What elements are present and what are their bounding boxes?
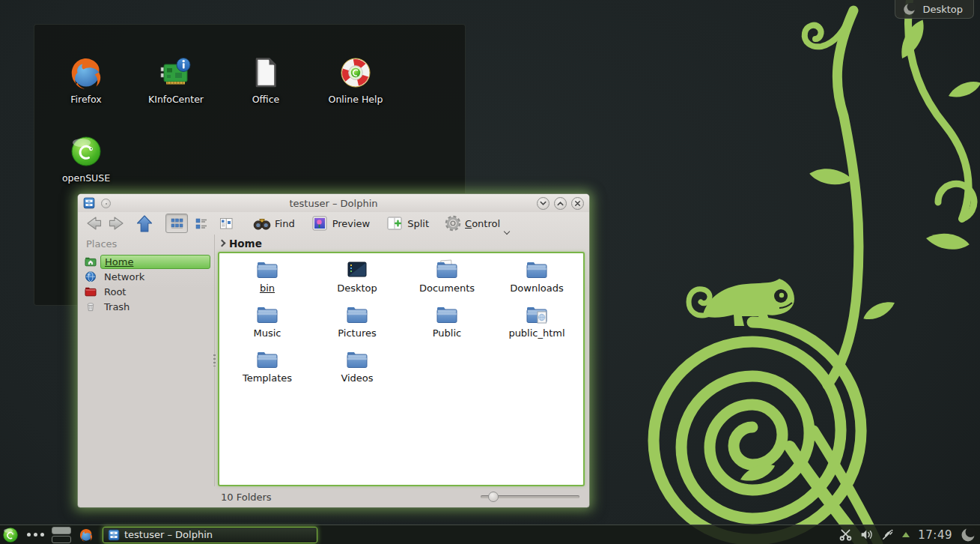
places-item-network[interactable]: Network — [85, 269, 210, 284]
klipper-scissors-icon[interactable] — [839, 528, 852, 541]
network-globe-icon — [85, 271, 97, 282]
pager-desktop-1[interactable] — [52, 527, 71, 534]
toolbox-label: Desktop — [922, 4, 963, 15]
places-item-label: Home — [100, 255, 210, 269]
folder-icon — [345, 303, 369, 327]
minimize-button[interactable] — [537, 197, 550, 210]
dolphin-icon — [83, 197, 95, 209]
folder-label: Music — [254, 327, 281, 339]
close-icon — [573, 199, 582, 208]
control-button[interactable]: Control — [445, 215, 511, 232]
firefox-launcher-icon[interactable] — [79, 528, 94, 543]
maximize-button[interactable] — [554, 197, 567, 210]
places-item-home[interactable]: Home — [85, 254, 210, 269]
folder-view[interactable]: bin Desktop Documents Downloads — [218, 252, 585, 486]
back-button[interactable] — [84, 214, 103, 233]
folder-item-videos[interactable]: Videos — [312, 348, 402, 393]
tray-expander-icon[interactable] — [902, 532, 910, 537]
desktop-folder-icon — [345, 258, 369, 282]
firefox-icon — [68, 55, 104, 91]
arrow-right-icon — [107, 214, 127, 233]
task-label: testuser – Dolphin — [124, 529, 213, 540]
columns-view-button[interactable] — [215, 214, 237, 233]
icons-view-button[interactable] — [165, 214, 188, 233]
digital-clock[interactable]: 17:49 — [918, 528, 952, 542]
wallpaper-plant-art — [628, 0, 980, 544]
desktop-icon-label: Online Help — [314, 94, 397, 105]
red-folder-icon — [85, 285, 97, 297]
folder-documents-icon — [435, 258, 459, 282]
folder-item-public-html[interactable]: public_html — [492, 303, 582, 348]
places-item-trash[interactable]: Trash — [85, 299, 210, 314]
preview-label: Preview — [332, 218, 371, 229]
folder-icon — [255, 258, 279, 282]
status-text: 10 Folders — [221, 492, 272, 503]
folder-item-public[interactable]: Public — [402, 303, 492, 348]
gear-icon — [445, 215, 461, 232]
folder-item-pictures[interactable]: Pictures — [312, 303, 402, 348]
close-button[interactable] — [571, 197, 584, 210]
folder-label: Pictures — [338, 327, 376, 339]
details-view-button[interactable] — [190, 214, 213, 233]
desktop-icon-office[interactable]: Office — [225, 55, 307, 105]
icons-view-icon — [169, 216, 184, 231]
columns-view-icon — [219, 216, 234, 231]
places-item-root[interactable]: Root — [85, 284, 210, 299]
folder-label: Templates — [243, 372, 292, 384]
desktop-toolbox[interactable]: Desktop — [895, 0, 974, 19]
split-button[interactable]: Split — [386, 214, 429, 232]
desktop-icon-firefox[interactable]: Firefox — [45, 55, 127, 105]
folder-icon — [255, 303, 279, 327]
zoom-slider-handle[interactable] — [488, 492, 499, 502]
pager-desktop-2[interactable] — [52, 536, 71, 543]
forward-button[interactable] — [107, 214, 127, 233]
folder-item-documents[interactable]: Documents — [402, 258, 492, 303]
desktop-icon-opensuse[interactable]: openSUSE — [45, 133, 127, 184]
zoom-slider[interactable] — [481, 492, 579, 502]
trash-icon — [85, 300, 97, 312]
split-label: Split — [407, 218, 429, 229]
application-launcher-button[interactable] — [1, 526, 19, 544]
up-button[interactable] — [135, 214, 154, 233]
desktop-icon-kinfocenter[interactable]: KInfoCenter — [135, 55, 217, 105]
folder-item-downloads[interactable]: Downloads — [492, 258, 582, 303]
places-item-label: Trash — [100, 300, 133, 313]
folder-item-bin[interactable]: bin — [222, 258, 312, 303]
folder-label: Videos — [341, 372, 373, 384]
window-titlebar[interactable]: testuser – Dolphin — [78, 194, 589, 212]
chameleon-silhouette — [689, 279, 794, 326]
folder-item-templates[interactable]: Templates — [222, 348, 312, 393]
device-notifier-icon[interactable] — [881, 528, 894, 541]
desktop-icon-label: Office — [225, 94, 307, 105]
folder-item-desktop[interactable]: Desktop — [312, 258, 402, 303]
preview-image-icon — [311, 214, 329, 232]
window-title: testuser – Dolphin — [78, 198, 589, 209]
arrow-up-icon — [135, 214, 154, 233]
virtual-desktop-pager[interactable] — [52, 527, 71, 543]
folder-icon — [525, 258, 549, 282]
taskbar-panel: testuser – Dolphin 17:49 — [0, 525, 980, 544]
dolphin-window: testuser – Dolphin Find — [77, 193, 590, 508]
home-folder-icon — [85, 256, 97, 268]
folder-label: Documents — [419, 282, 475, 294]
desktop-icon-online-help[interactable]: Online Help — [314, 55, 397, 105]
on-all-desktops-button[interactable] — [101, 199, 111, 208]
preview-button[interactable]: Preview — [311, 214, 371, 232]
activity-dots-widget[interactable] — [27, 533, 44, 537]
find-button[interactable]: Find — [253, 214, 295, 232]
taskbar-task-dolphin[interactable]: testuser – Dolphin — [103, 527, 317, 543]
desktop-icon-label: KInfoCenter — [135, 94, 217, 105]
folder-icon — [435, 303, 459, 327]
volume-speaker-icon[interactable] — [860, 528, 873, 541]
status-bar: 10 Folders — [79, 486, 588, 507]
folder-label: public_html — [508, 327, 564, 339]
binoculars-icon — [253, 214, 271, 232]
chevron-down-icon — [539, 199, 547, 208]
panel-cashew-icon[interactable] — [961, 528, 976, 543]
breadcrumb-location[interactable]: Home — [229, 238, 262, 250]
breadcrumb: Home — [218, 235, 585, 252]
folder-label: Desktop — [337, 282, 377, 294]
cashew-icon — [903, 3, 916, 16]
folder-item-music[interactable]: Music — [222, 303, 312, 348]
panel-splitter[interactable] — [212, 235, 218, 486]
